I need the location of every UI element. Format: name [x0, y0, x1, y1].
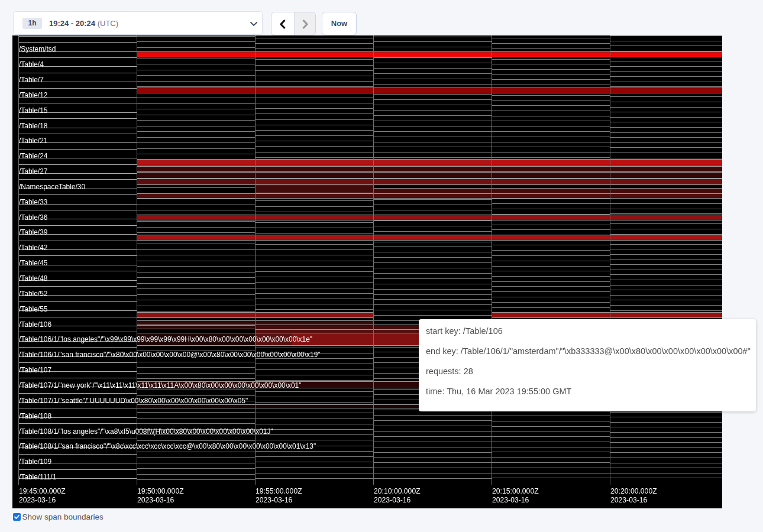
- svg-text:2023-03-16: 2023-03-16: [137, 496, 174, 504]
- svg-text:/Table/109: /Table/109: [19, 458, 51, 466]
- svg-text:/Table/42: /Table/42: [19, 244, 48, 252]
- svg-text:/Table/4: /Table/4: [19, 60, 44, 69]
- svg-text:/Table/52: /Table/52: [19, 290, 48, 298]
- svg-text:/Table/21: /Table/21: [19, 137, 48, 145]
- svg-text:/Table/106/1/"los angeles"/"\x: /Table/106/1/"los angeles"/"\x99\x99\x99…: [19, 335, 312, 343]
- svg-text:/Table/106/1/"san francisco"/": /Table/106/1/"san francisco"/"\x80\x00\x…: [19, 351, 321, 359]
- svg-text:/Table/24: /Table/24: [19, 152, 48, 160]
- svg-text:/Table/7: /Table/7: [19, 76, 44, 84]
- svg-text:/System/tsd: /System/tsd: [19, 45, 56, 53]
- svg-text:20:15:00.000Z: 20:15:00.000Z: [492, 487, 539, 495]
- svg-text:/Table/39: /Table/39: [19, 228, 48, 236]
- svg-text:20:20:00.000Z: 20:20:00.000Z: [610, 487, 657, 495]
- svg-text:/Table/27: /Table/27: [19, 167, 48, 176]
- svg-text:/Table/12: /Table/12: [19, 91, 48, 99]
- svg-text:2023-03-16: 2023-03-16: [610, 496, 648, 504]
- svg-text:/Table/48: /Table/48: [19, 274, 48, 283]
- svg-text:/NamespaceTable/30: /NamespaceTable/30: [19, 183, 86, 191]
- svg-text:19:45:00.000Z: 19:45:00.000Z: [19, 487, 66, 495]
- svg-text:/Table/55: /Table/55: [19, 305, 48, 313]
- svg-text:/Table/106: /Table/106: [19, 320, 51, 329]
- svg-text:/Table/18: /Table/18: [19, 122, 48, 130]
- svg-text:/Table/108: /Table/108: [19, 412, 51, 420]
- svg-text:19:55:00.000Z: 19:55:00.000Z: [256, 487, 302, 495]
- svg-text:/Table/108/1/"san francisco"/": /Table/108/1/"san francisco"/"\x8c\xcc\x…: [19, 442, 316, 450]
- svg-text:2023-03-16: 2023-03-16: [492, 496, 529, 504]
- svg-text:/Table/107/1/"seattle"/"UUUUUU: /Table/107/1/"seattle"/"UUUUUUD\x00\x80\…: [19, 397, 248, 405]
- svg-text:2023-03-16: 2023-03-16: [374, 496, 411, 504]
- svg-text:2023-03-16: 2023-03-16: [256, 496, 293, 504]
- svg-text:/Table/15: /Table/15: [19, 106, 48, 115]
- svg-text:/Table/107: /Table/107: [19, 366, 51, 374]
- svg-text:19:50:00.000Z: 19:50:00.000Z: [137, 487, 184, 495]
- svg-text:20:10:00.000Z: 20:10:00.000Z: [374, 487, 421, 495]
- svg-text:/Table/111/1: /Table/111/1: [19, 473, 57, 481]
- svg-text:/Table/108/1/"los angeles"/"\x: /Table/108/1/"los angeles"/"\xa8\xf5\u00…: [19, 427, 273, 436]
- svg-text:/Table/45: /Table/45: [19, 259, 48, 267]
- svg-text:/Table/107/1/"new york"/"\x11\: /Table/107/1/"new york"/"\x11\x11\x11\x1…: [19, 381, 302, 390]
- svg-text:/Table/33: /Table/33: [19, 198, 48, 206]
- svg-text:/Table/36: /Table/36: [19, 213, 48, 222]
- svg-text:2023-03-16: 2023-03-16: [19, 496, 56, 504]
